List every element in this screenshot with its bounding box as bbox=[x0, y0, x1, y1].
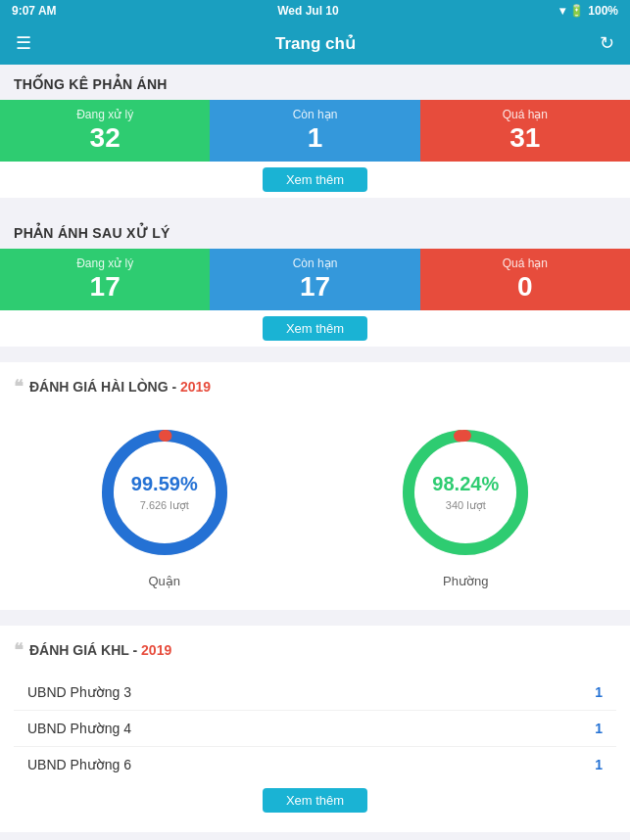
phan-anh-value-2: 17 bbox=[216, 272, 413, 303]
status-date: Wed Jul 10 bbox=[277, 4, 338, 18]
nav-bar: ☰ Trang chủ ↻ bbox=[0, 22, 630, 65]
phan-anh-label-1: Đang xử lý bbox=[6, 257, 204, 270]
danh-gia-khl-title: ❝ ĐÁNH GIÁ KHL - 2019 bbox=[14, 639, 616, 661]
khl-xem-them-wrap: Xem thêm bbox=[14, 782, 616, 818]
phan-anh-xem-them-btn[interactable]: Xem thêm bbox=[263, 316, 367, 341]
phan-anh-dang-xu-ly: Đang xử lý 17 bbox=[0, 249, 210, 310]
khl-name-1: UBND Phường 3 bbox=[27, 684, 131, 700]
khl-name-2: UBND Phường 4 bbox=[27, 721, 131, 736]
khl-xem-them-btn[interactable]: Xem thêm bbox=[263, 788, 367, 813]
thong-ke-xem-them-btn[interactable]: Xem thêm bbox=[263, 167, 367, 192]
main-content: THỐNG KÊ PHẢN ÁNH Đang xử lý 32 Còn hạn … bbox=[0, 65, 630, 840]
thong-ke-value-1: 32 bbox=[6, 123, 204, 154]
thong-ke-stats: Đang xử lý 32 Còn hạn 1 Quá hạn 31 Xem t… bbox=[0, 100, 630, 198]
phuong-sub: 340 lượt bbox=[446, 498, 486, 510]
thong-ke-value-3: 31 bbox=[426, 123, 624, 154]
phuong-percentage: 98.24% bbox=[432, 472, 499, 494]
refresh-icon[interactable]: ↻ bbox=[600, 32, 614, 54]
quan-percentage: 99.59% bbox=[131, 472, 198, 494]
thong-ke-row: Đang xử lý 32 Còn hạn 1 Quá hạn 31 bbox=[0, 100, 630, 162]
quan-chart: 99.59% 7.626 lượt Quận bbox=[91, 419, 238, 588]
khl-item-1[interactable]: UBND Phường 3 1 bbox=[14, 675, 616, 711]
khl-name-3: UBND Phường 6 bbox=[27, 757, 131, 772]
khl-item-2[interactable]: UBND Phường 4 1 bbox=[14, 711, 616, 747]
phuong-label: Phường bbox=[443, 574, 488, 588]
danh-gia-hai-long-label: ĐÁNH GIÁ HÀI LÒNG - 2019 bbox=[29, 379, 211, 395]
phan-anh-value-1: 17 bbox=[6, 272, 204, 303]
phan-anh-value-3: 0 bbox=[426, 272, 624, 303]
khl-count-2: 1 bbox=[595, 721, 603, 736]
thong-ke-dang-xu-ly: Đang xử lý 32 bbox=[0, 100, 210, 162]
thong-ke-xem-them-wrap: Xem thêm bbox=[0, 162, 630, 198]
thong-ke-con-han: Còn hạn 1 bbox=[210, 100, 419, 162]
menu-icon[interactable]: ☰ bbox=[16, 32, 31, 54]
battery-pct: 100% bbox=[588, 4, 618, 18]
danh-gia-khl-year: 2019 bbox=[141, 642, 171, 658]
thong-ke-label-2: Còn hạn bbox=[216, 108, 413, 121]
phan-anh-row: Đang xử lý 17 Còn hạn 17 Quá hạn 0 bbox=[0, 249, 630, 310]
khl-list: UBND Phường 3 1 UBND Phường 4 1 UBND Phư… bbox=[14, 675, 616, 782]
quan-donut-center: 99.59% 7.626 lượt bbox=[131, 472, 198, 512]
thong-ke-value-2: 1 bbox=[216, 123, 413, 154]
phan-anh-stats: Đang xử lý 17 Còn hạn 17 Quá hạn 0 Xem t… bbox=[0, 249, 630, 347]
danh-gia-hai-long-year: 2019 bbox=[180, 379, 211, 395]
wifi-icon: ▾ bbox=[559, 4, 565, 18]
phan-anh-label-2: Còn hạn bbox=[216, 257, 413, 270]
thong-ke-label-1: Đang xử lý bbox=[6, 108, 204, 121]
phan-anh-qua-han: Quá hạn 0 bbox=[420, 249, 630, 310]
danh-gia-hai-long-section: ❝ ĐÁNH GIÁ HÀI LÒNG - 2019 99.59% 7.626 … bbox=[0, 362, 630, 610]
hai-long-charts-row: 99.59% 7.626 lượt Quận 98.24% 340 bbox=[14, 411, 616, 596]
danh-gia-khl-label: ĐÁNH GIÁ KHL - 2019 bbox=[29, 642, 171, 658]
thong-ke-qua-han: Quá hạn 31 bbox=[420, 100, 630, 162]
status-icons: ▾ 🔋 100% bbox=[559, 4, 618, 18]
quote-icon-1: ❝ bbox=[14, 376, 24, 397]
quan-donut: 99.59% 7.626 lượt bbox=[91, 419, 238, 566]
khl-count-3: 1 bbox=[595, 757, 603, 772]
quan-sub: 7.626 lượt bbox=[140, 498, 189, 510]
phuong-donut-center: 98.24% 340 lượt bbox=[432, 472, 499, 512]
danh-gia-hai-long-title: ❝ ĐÁNH GIÁ HÀI LÒNG - 2019 bbox=[14, 376, 616, 397]
thong-ke-label-3: Quá hạn bbox=[426, 108, 624, 121]
status-bar: 9:07 AM Wed Jul 10 ▾ 🔋 100% bbox=[0, 0, 630, 22]
quote-icon-2: ❝ bbox=[14, 639, 24, 661]
phuong-chart: 98.24% 340 lượt Phường bbox=[392, 419, 539, 588]
khl-count-1: 1 bbox=[595, 684, 603, 700]
battery-icon: 🔋 bbox=[569, 4, 584, 18]
danh-gia-khl-section: ❝ ĐÁNH GIÁ KHL - 2019 UBND Phường 3 1 UB… bbox=[0, 626, 630, 832]
phan-anh-label-3: Quá hạn bbox=[426, 257, 624, 270]
phuong-donut: 98.24% 340 lượt bbox=[392, 419, 539, 566]
khl-item-3[interactable]: UBND Phường 6 1 bbox=[14, 747, 616, 782]
phan-anh-con-han: Còn hạn 17 bbox=[210, 249, 419, 310]
thong-ke-header: THỐNG KÊ PHẢN ÁNH bbox=[0, 65, 630, 100]
phan-anh-xem-them-wrap: Xem thêm bbox=[0, 310, 630, 347]
status-time: 9:07 AM bbox=[12, 4, 57, 18]
nav-title: Trang chủ bbox=[275, 33, 356, 54]
phan-anh-header: PHẢN ÁNH SAU XỬ LÝ bbox=[0, 213, 630, 249]
quan-label: Quận bbox=[148, 574, 180, 588]
